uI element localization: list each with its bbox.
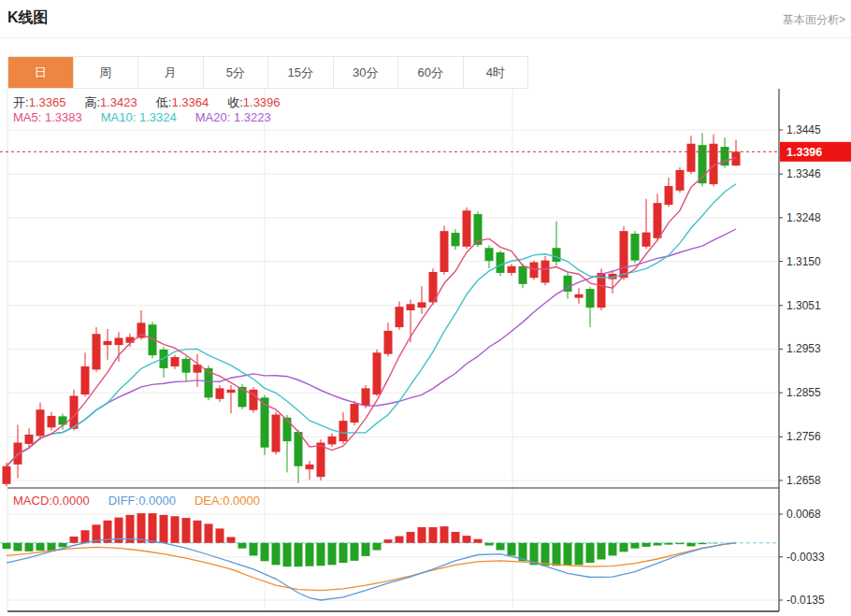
candle-body [687, 144, 696, 172]
macd-bar [609, 543, 617, 556]
macd-bar [485, 543, 494, 546]
macd-bar [407, 532, 415, 543]
candle-body [317, 442, 325, 477]
macd-tick-label: -0.0135 [786, 594, 825, 607]
price-tick-label: 1.3150 [786, 255, 821, 268]
tab-30min[interactable]: 30分 [334, 57, 399, 88]
macd-bar [59, 543, 67, 548]
candle-body [104, 341, 112, 345]
macd-bar [396, 537, 404, 543]
macd-bar [205, 523, 213, 542]
candle-body [93, 334, 101, 369]
macd-tick-label: 0.0068 [786, 508, 821, 521]
candle-body [227, 390, 236, 393]
macd-bar [676, 543, 685, 544]
kline-chart-area[interactable]: 1.34451.33461.32481.31501.30511.29531.28… [0, 89, 851, 616]
candle-body [36, 409, 45, 436]
candle-body [485, 248, 494, 261]
macd-bar [687, 543, 696, 547]
macd-bar [564, 543, 572, 566]
tab-5min[interactable]: 5分 [204, 57, 269, 88]
candle-body [642, 233, 651, 247]
tab-4hour[interactable]: 4时 [464, 57, 528, 88]
macd-bar [553, 543, 561, 566]
macd-bar [440, 526, 449, 543]
macd-bar [250, 543, 258, 556]
candle-body [440, 231, 449, 272]
macd-bar [70, 537, 79, 543]
price-tick-label: 1.2756 [786, 430, 821, 443]
macd-bar [362, 543, 370, 556]
candle-body [508, 266, 516, 273]
macd-bar [306, 543, 314, 566]
candle-body [25, 435, 34, 444]
price-tick-label: 1.3445 [786, 123, 821, 136]
candle-body [216, 388, 224, 398]
price-tick-label: 1.2658 [786, 474, 821, 487]
macd-bar [160, 515, 168, 543]
macd-bar [317, 543, 325, 566]
candle-body [396, 307, 404, 327]
page-title: K线图 [7, 8, 49, 28]
macd-bar [541, 543, 550, 566]
macd-bar [452, 532, 460, 543]
candle-body [328, 437, 337, 445]
candle-body [171, 357, 180, 366]
candle-body [14, 442, 22, 464]
macd-tick-label: -0.0033 [786, 551, 825, 564]
candle-body [384, 331, 393, 354]
price-tick-label: 1.3346 [786, 167, 821, 180]
tab-15min[interactable]: 15分 [268, 57, 334, 88]
tab-60min[interactable]: 60分 [398, 57, 464, 88]
current-price-tag-value: 1.3396 [786, 146, 822, 159]
candle-body [665, 186, 673, 205]
candle-body [497, 252, 505, 273]
candle-body [306, 465, 314, 469]
macd-bar [586, 543, 595, 563]
candle-body [295, 432, 303, 466]
page-header: K线图 基本面分析> [0, 0, 851, 38]
price-tick-label: 1.3051 [786, 299, 821, 312]
fundamental-analysis-link[interactable]: 基本面分析> [783, 12, 845, 28]
ma5-line [7, 158, 736, 466]
candle-body [81, 366, 90, 394]
price-tick-label: 1.2953 [786, 342, 821, 355]
candle-body [3, 466, 11, 484]
macd-bar [429, 527, 438, 543]
macd-bar [81, 530, 90, 543]
macd-bar [3, 543, 11, 549]
macd-bar [620, 543, 628, 552]
macd-bar [575, 543, 584, 566]
candle-body [631, 234, 640, 261]
macd-bar [216, 528, 224, 542]
candle-body [654, 203, 662, 238]
candle-body [418, 302, 426, 308]
candle-body [407, 304, 415, 310]
price-tick-label: 1.3248 [786, 211, 821, 224]
macd-bar [283, 543, 292, 566]
candle-body [452, 233, 460, 246]
macd-bar [654, 543, 662, 546]
candle-body [575, 294, 584, 298]
candle-body [586, 289, 595, 308]
macd-bar [36, 543, 45, 551]
macd-bar [14, 543, 22, 552]
tab-monthly[interactable]: 月 [138, 57, 204, 88]
candle-body [620, 231, 628, 278]
macd-bar [598, 543, 606, 560]
candle-body [553, 248, 561, 262]
macd-bar [25, 543, 34, 552]
candle-body [598, 273, 606, 308]
macd-bar [631, 543, 640, 549]
tab-daily[interactable]: 日 [8, 57, 74, 88]
kline-chart-canvas[interactable]: 1.34451.33461.32481.31501.30511.29531.28… [0, 89, 851, 616]
macd-bar [497, 543, 505, 551]
candle-body [115, 338, 123, 346]
macd-bar [261, 543, 269, 561]
candle-body [351, 404, 359, 423]
tab-weekly[interactable]: 周 [74, 57, 139, 88]
macd-bar [272, 543, 281, 566]
price-tick-label: 1.2855 [786, 386, 821, 399]
macd-bar [351, 543, 359, 561]
candle-body [362, 388, 370, 406]
